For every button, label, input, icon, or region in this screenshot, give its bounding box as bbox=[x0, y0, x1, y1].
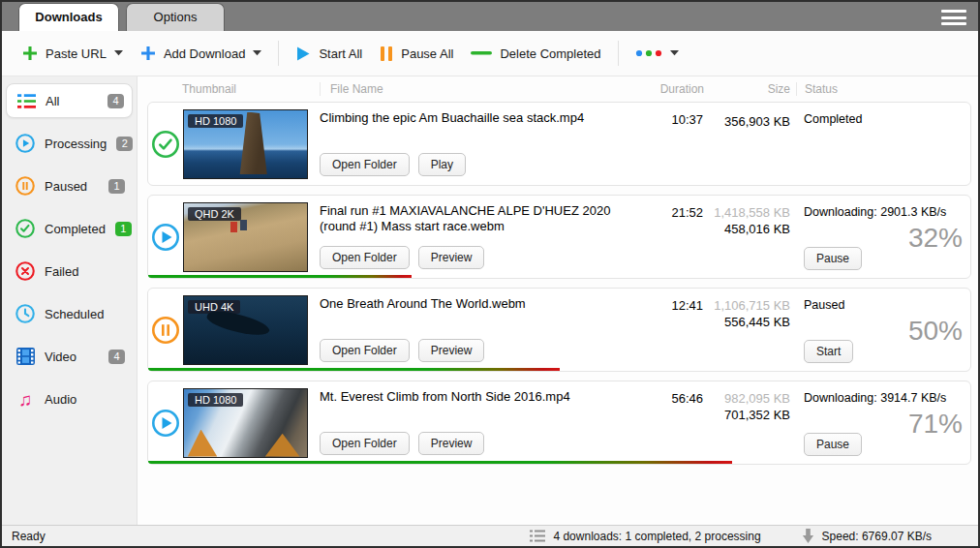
tab-options[interactable]: Options bbox=[126, 3, 225, 31]
status-text: Paused bbox=[804, 298, 844, 312]
video-film-icon bbox=[15, 347, 35, 366]
column-header-file-name: File Name bbox=[321, 82, 644, 96]
chevron-down-icon bbox=[253, 50, 261, 56]
plus-icon bbox=[140, 46, 156, 61]
file-name: Final run #1 MAXIAVALANCHE ALPE D'HUEZ 2… bbox=[320, 203, 635, 235]
file-name: One Breath Around The World.webm bbox=[320, 296, 635, 312]
app-window: Downloads Options Paste URL Add Download… bbox=[0, 0, 980, 548]
scheduled-clock-icon bbox=[15, 304, 35, 323]
row-state bbox=[148, 381, 183, 464]
chevron-down-icon bbox=[114, 50, 123, 56]
start-button[interactable]: Start bbox=[804, 340, 853, 363]
titlebar: Downloads Options bbox=[2, 2, 978, 31]
sidebar-item-paused[interactable]: Paused 1 bbox=[6, 168, 133, 203]
downloading-play-icon bbox=[151, 409, 180, 438]
start-all-label: Start All bbox=[319, 46, 362, 61]
sidebar-item-all[interactable]: All 4 bbox=[6, 83, 133, 118]
preview-button[interactable]: Preview bbox=[418, 339, 485, 362]
preview-button[interactable]: Preview bbox=[418, 246, 485, 269]
thumbnail[interactable]: HD 1080 bbox=[183, 388, 308, 458]
size-total: 1,106,715 KB bbox=[703, 298, 790, 313]
download-arrow-icon bbox=[802, 529, 814, 543]
sidebar-item-scheduled[interactable]: Scheduled bbox=[6, 296, 133, 331]
list-icon bbox=[530, 530, 545, 542]
toolbar-separator bbox=[618, 41, 619, 66]
progress-bar bbox=[148, 368, 560, 371]
dots-icon bbox=[635, 49, 662, 57]
sidebar-item-processing[interactable]: Processing 2 bbox=[6, 126, 133, 161]
main-area: All 4 Processing 2 Paused 1 bbox=[2, 76, 978, 525]
sidebar-item-label: Audio bbox=[45, 392, 77, 407]
count-badge: 4 bbox=[107, 94, 124, 108]
sidebar-item-label: Paused bbox=[45, 179, 87, 194]
play-icon bbox=[295, 46, 311, 62]
thumbnail[interactable]: UHD 4K bbox=[183, 295, 308, 365]
row-state bbox=[148, 196, 183, 278]
sidebar-item-failed[interactable]: Failed bbox=[6, 254, 133, 289]
preview-button[interactable]: Preview bbox=[418, 432, 485, 455]
download-row[interactable]: UHD 4K One Breath Around The World.webm … bbox=[147, 288, 971, 372]
pause-all-button[interactable]: Pause All bbox=[371, 39, 462, 69]
sidebar-item-label: Completed bbox=[45, 222, 106, 236]
paste-url-button[interactable]: Paste URL bbox=[14, 39, 132, 68]
percent-label: 71% bbox=[908, 409, 963, 440]
percent-label: 50% bbox=[908, 316, 963, 347]
plus-icon bbox=[22, 46, 38, 61]
sidebar-item-label: Failed bbox=[45, 264, 78, 279]
sidebar-item-label: Scheduled bbox=[45, 307, 104, 321]
open-folder-button[interactable]: Open Folder bbox=[320, 153, 410, 176]
add-download-label: Add Download bbox=[164, 46, 246, 61]
failed-x-icon bbox=[15, 261, 35, 281]
size-total: 356,903 KB bbox=[703, 114, 790, 129]
thumbnail[interactable]: HD 1080 bbox=[183, 109, 308, 179]
pause-button[interactable]: Pause bbox=[804, 247, 862, 270]
quality-badge: HD 1080 bbox=[188, 114, 243, 128]
sidebar-item-completed[interactable]: Completed 1 bbox=[6, 211, 133, 246]
sidebar-item-audio[interactable]: ♫ Audio bbox=[6, 381, 133, 416]
audio-music-icon: ♫ bbox=[15, 389, 35, 409]
thumbnail[interactable]: QHD 2K bbox=[183, 202, 308, 272]
open-folder-button[interactable]: Open Folder bbox=[320, 432, 410, 455]
count-badge: 4 bbox=[108, 350, 125, 364]
open-folder-button[interactable]: Open Folder bbox=[320, 339, 410, 362]
sidebar-item-label: Video bbox=[45, 350, 77, 364]
progress-bar bbox=[148, 275, 412, 278]
processing-play-icon bbox=[15, 134, 35, 153]
download-row[interactable]: HD 1080 Mt. Everest Climb from North Sid… bbox=[147, 381, 971, 465]
sidebar-item-video[interactable]: Video 4 bbox=[6, 339, 133, 374]
pause-all-label: Pause All bbox=[401, 46, 453, 61]
download-row[interactable]: QHD 2K Final run #1 MAXIAVALANCHE ALPE D… bbox=[147, 195, 971, 279]
size-total: 1,418,558 KB bbox=[703, 205, 790, 220]
paused-pause-icon bbox=[151, 316, 180, 345]
open-folder-button[interactable]: Open Folder bbox=[320, 246, 410, 269]
status-bar: Ready 4 downloads: 1 completed, 2 proces… bbox=[2, 525, 978, 546]
pause-icon bbox=[380, 46, 393, 62]
status-text: Downloading: 2901.3 KB/s bbox=[804, 205, 946, 219]
start-all-button[interactable]: Start All bbox=[287, 39, 371, 69]
column-header-status: Status bbox=[797, 82, 971, 96]
play-button[interactable]: Play bbox=[418, 153, 466, 176]
table-header: Thumbnail File Name Duration Size Status bbox=[147, 76, 971, 102]
all-list-icon bbox=[16, 91, 36, 110]
file-name: Climbing the epic Am Buachaille sea stac… bbox=[320, 110, 635, 126]
percent-label: 32% bbox=[908, 223, 963, 254]
count-badge: 1 bbox=[115, 222, 132, 236]
duration: 12:41 bbox=[643, 289, 703, 371]
delete-completed-label: Delete Completed bbox=[500, 46, 600, 61]
more-menu-button[interactable] bbox=[627, 43, 688, 64]
file-name: Mt. Everest Climb from North Side 2016.m… bbox=[320, 389, 635, 405]
size-current: 458,016 KB bbox=[703, 222, 790, 236]
paste-url-label: Paste URL bbox=[46, 46, 107, 61]
add-download-button[interactable]: Add Download bbox=[132, 39, 271, 68]
tab-downloads[interactable]: Downloads bbox=[18, 3, 119, 31]
sidebar-item-label: Processing bbox=[45, 137, 107, 151]
hamburger-menu-icon[interactable] bbox=[941, 10, 966, 25]
progress-bar bbox=[148, 461, 732, 464]
row-main: Climbing the epic Am Buachaille sea stac… bbox=[308, 103, 643, 185]
delete-completed-button[interactable]: Delete Completed bbox=[462, 40, 609, 68]
pause-button[interactable]: Pause bbox=[804, 433, 862, 456]
column-header-size: Size bbox=[704, 82, 797, 96]
download-row[interactable]: HD 1080 Climbing the epic Am Buachaille … bbox=[147, 102, 971, 186]
quality-badge: UHD 4K bbox=[188, 300, 240, 314]
duration: 10:37 bbox=[643, 103, 703, 185]
